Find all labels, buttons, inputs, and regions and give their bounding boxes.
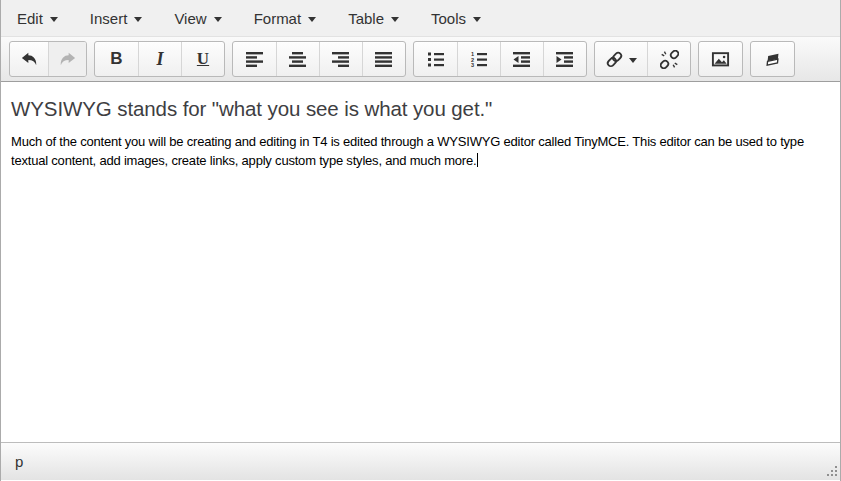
menu-view[interactable]: View xyxy=(158,0,237,36)
outdent-button[interactable] xyxy=(500,42,543,76)
resize-grip[interactable] xyxy=(825,465,838,478)
link-button-group xyxy=(594,41,691,77)
underline-button[interactable]: U xyxy=(181,42,224,76)
menu-view-label: View xyxy=(174,10,206,27)
text-style-button-group: B I U xyxy=(94,41,225,77)
text-cursor xyxy=(477,153,478,167)
insert-image-button[interactable] xyxy=(699,42,742,76)
element-path[interactable]: p xyxy=(15,453,23,470)
menu-table[interactable]: Table xyxy=(332,0,415,36)
chevron-down-icon xyxy=(308,17,316,22)
align-right-icon xyxy=(332,52,350,67)
chevron-down-icon xyxy=(473,17,481,22)
remove-link-button[interactable] xyxy=(647,42,690,76)
numbered-list-button[interactable]: 1 2 3 xyxy=(457,42,500,76)
menu-format-label: Format xyxy=(254,10,302,27)
remove-format-button[interactable] xyxy=(751,42,794,76)
redo-button[interactable] xyxy=(48,42,86,76)
undo-button[interactable] xyxy=(10,42,48,76)
menubar: Edit Insert View Format Table Tools xyxy=(1,0,840,37)
statusbar: p xyxy=(1,442,840,480)
list-indent-button-group: 1 2 3 xyxy=(413,41,587,77)
outdent-icon xyxy=(513,52,531,67)
underline-icon: U xyxy=(197,49,209,69)
history-button-group xyxy=(9,41,87,77)
align-justify-icon xyxy=(375,52,393,67)
image-icon xyxy=(711,50,730,69)
chevron-down-icon xyxy=(629,58,637,63)
indent-button[interactable] xyxy=(543,42,586,76)
menu-insert[interactable]: Insert xyxy=(74,0,159,36)
editor-content-area[interactable]: WYSIWYG stands for "what you see is what… xyxy=(1,82,840,442)
content-paragraph: Much of the content you will be creating… xyxy=(11,132,830,170)
menu-tools[interactable]: Tools xyxy=(415,0,497,36)
svg-text:3: 3 xyxy=(471,62,474,67)
align-justify-button[interactable] xyxy=(362,42,405,76)
image-button-group xyxy=(698,41,743,77)
italic-button[interactable]: I xyxy=(138,42,181,76)
eraser-icon xyxy=(763,50,783,69)
redo-icon xyxy=(58,49,78,69)
align-right-button[interactable] xyxy=(319,42,362,76)
chevron-down-icon xyxy=(134,17,142,22)
chevron-down-icon xyxy=(50,17,58,22)
unlink-icon xyxy=(660,50,679,69)
chevron-down-icon xyxy=(214,17,222,22)
italic-icon: I xyxy=(156,49,163,70)
alignment-button-group xyxy=(232,41,406,77)
remove-format-button-group xyxy=(750,41,795,77)
bold-button[interactable]: B xyxy=(95,42,138,76)
menu-format[interactable]: Format xyxy=(238,0,333,36)
align-left-icon xyxy=(246,52,264,67)
undo-icon xyxy=(19,49,39,69)
menu-tools-label: Tools xyxy=(431,10,466,27)
align-left-button[interactable] xyxy=(233,42,276,76)
menu-insert-label: Insert xyxy=(90,10,128,27)
indent-icon xyxy=(556,52,574,67)
align-center-icon xyxy=(289,52,307,67)
align-center-button[interactable] xyxy=(276,42,319,76)
bold-icon: B xyxy=(110,49,122,69)
wysiwyg-editor: Edit Insert View Format Table Tools xyxy=(0,0,841,481)
link-icon xyxy=(605,50,624,69)
menu-edit[interactable]: Edit xyxy=(1,0,74,36)
chevron-down-icon xyxy=(391,17,399,22)
bullet-list-button[interactable] xyxy=(414,42,457,76)
resize-grip-icon xyxy=(825,465,838,478)
numbered-list-icon: 1 2 3 xyxy=(470,52,488,67)
insert-link-button[interactable] xyxy=(595,42,647,76)
bullet-list-icon xyxy=(427,52,445,67)
menu-edit-label: Edit xyxy=(17,10,43,27)
toolbar: B I U xyxy=(1,37,840,82)
menu-table-label: Table xyxy=(348,10,384,27)
content-paragraph-text: Much of the content you will be creating… xyxy=(11,134,804,168)
content-heading: WYSIWYG stands for "what you see is what… xyxy=(11,95,830,122)
